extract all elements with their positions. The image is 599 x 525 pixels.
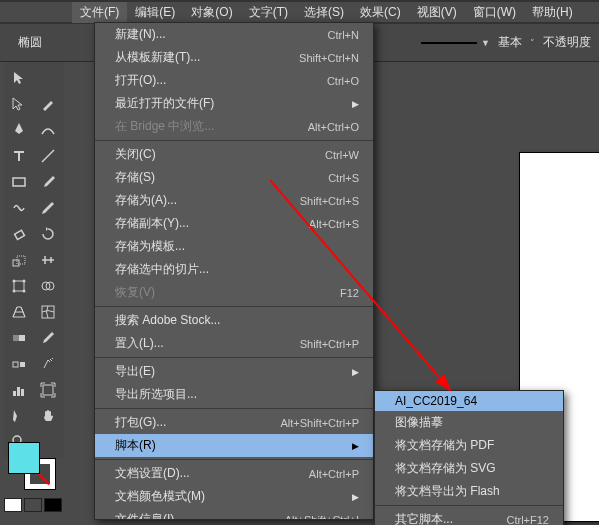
- tool-eraser[interactable]: [6, 222, 32, 246]
- menu-window[interactable]: 窗口(W): [465, 2, 524, 23]
- svg-rect-16: [13, 391, 16, 396]
- tool-perspective[interactable]: [6, 300, 32, 324]
- menu-shortcut: Shift+Ctrl+P: [300, 338, 359, 350]
- menu-item[interactable]: 存储(S)Ctrl+S: [95, 166, 373, 189]
- tool-shaper[interactable]: [6, 196, 32, 220]
- swatch-white[interactable]: [4, 498, 22, 512]
- menu-item[interactable]: 将文档存储为 SVG: [375, 457, 563, 480]
- menubar: 文件(F) 编辑(E) 对象(O) 文字(T) 选择(S) 效果(C) 视图(V…: [0, 2, 599, 22]
- menu-item[interactable]: 搜索 Adobe Stock...: [95, 309, 373, 332]
- tool-curvature[interactable]: [35, 118, 61, 142]
- tool-type[interactable]: [6, 144, 32, 168]
- menu-item[interactable]: 存储为(A)...Shift+Ctrl+S: [95, 189, 373, 212]
- menu-item-label: 导出(E): [115, 363, 155, 380]
- tool-eyedropper[interactable]: [35, 326, 61, 350]
- tool-mesh[interactable]: [35, 300, 61, 324]
- menu-item[interactable]: 存储为模板...: [95, 235, 373, 258]
- menu-item-label: 关闭(C): [115, 146, 156, 163]
- tool-shape-builder[interactable]: [35, 274, 61, 298]
- menu-item[interactable]: 打开(O)...Ctrl+O: [95, 69, 373, 92]
- menu-edit[interactable]: 编辑(E): [127, 2, 183, 23]
- tool-width[interactable]: [35, 248, 61, 272]
- menu-item[interactable]: 文档颜色模式(M)▶: [95, 485, 373, 508]
- menu-object[interactable]: 对象(O): [183, 2, 240, 23]
- menu-item[interactable]: 关闭(C)Ctrl+W: [95, 143, 373, 166]
- menu-item[interactable]: 打包(G)...Alt+Shift+Ctrl+P: [95, 411, 373, 434]
- menu-item[interactable]: 将文档导出为 Flash: [375, 480, 563, 503]
- menu-shortcut: Ctrl+N: [328, 29, 359, 41]
- menu-item-label: 新建(N)...: [115, 26, 166, 43]
- menu-item-label: 存储为模板...: [115, 238, 185, 255]
- fill-color-swatch[interactable]: [8, 442, 40, 474]
- menu-item-label: 在 Bridge 中浏览...: [115, 118, 214, 135]
- menu-shortcut: F12: [340, 287, 359, 299]
- menu-item[interactable]: 置入(L)...Shift+Ctrl+P: [95, 332, 373, 355]
- menu-item[interactable]: 存储副本(Y)...Alt+Ctrl+S: [95, 212, 373, 235]
- menu-separator: [95, 140, 373, 141]
- menu-item[interactable]: 图像描摹: [375, 411, 563, 434]
- menu-separator: [95, 459, 373, 460]
- menu-item[interactable]: AI_CC2019_64: [375, 391, 563, 411]
- menu-item[interactable]: 新建(N)...Ctrl+N: [95, 23, 373, 46]
- svg-rect-0: [13, 178, 25, 186]
- tool-selection[interactable]: [6, 66, 32, 90]
- menu-item[interactable]: 文档设置(D)...Alt+Ctrl+P: [95, 462, 373, 485]
- menu-shortcut: Ctrl+F12: [507, 514, 550, 526]
- menu-view[interactable]: 视图(V): [409, 2, 465, 23]
- menu-item-label: 将文档存储为 SVG: [395, 460, 496, 477]
- menu-item[interactable]: 导出(E)▶: [95, 360, 373, 383]
- menu-shortcut: Ctrl+O: [327, 75, 359, 87]
- tool-magic-wand[interactable]: [35, 92, 61, 116]
- tool-line[interactable]: [35, 144, 61, 168]
- tool-paintbrush[interactable]: [35, 170, 61, 194]
- svg-rect-1: [15, 230, 25, 239]
- tool-hand[interactable]: [35, 404, 61, 428]
- menu-type[interactable]: 文字(T): [241, 2, 296, 23]
- menu-item-label: 导出所选项目...: [115, 386, 197, 403]
- menu-item-label: 图像描摹: [395, 414, 443, 431]
- menu-effect[interactable]: 效果(C): [352, 2, 409, 23]
- menu-item-label: 文档颜色模式(M): [115, 488, 205, 505]
- menu-item[interactable]: 从模板新建(T)...Shift+Ctrl+N: [95, 46, 373, 69]
- menu-item-label: AI_CC2019_64: [395, 394, 477, 408]
- tool-gradient[interactable]: [6, 326, 32, 350]
- tool-pen[interactable]: [6, 118, 32, 142]
- tool-symbol-sprayer[interactable]: [35, 352, 61, 376]
- menu-file[interactable]: 文件(F): [72, 2, 127, 23]
- tool-column-graph[interactable]: [6, 378, 32, 402]
- menu-shortcut: Shift+Ctrl+S: [300, 195, 359, 207]
- menu-item[interactable]: 脚本(R)▶: [95, 434, 373, 457]
- menu-help[interactable]: 帮助(H): [524, 2, 581, 23]
- tool-blend[interactable]: [6, 352, 32, 376]
- menu-item[interactable]: 将文档存储为 PDF: [375, 434, 563, 457]
- menu-shortcut: Alt+Ctrl+O: [308, 121, 359, 133]
- menu-select[interactable]: 选择(S): [296, 2, 352, 23]
- tool-direct-select[interactable]: [6, 92, 32, 116]
- tool-rectangle[interactable]: [6, 170, 32, 194]
- menu-item[interactable]: 其它脚本...Ctrl+F12: [375, 508, 563, 525]
- menu-item[interactable]: 导出所选项目...: [95, 383, 373, 406]
- menu-item[interactable]: 最近打开的文件(F)▶: [95, 92, 373, 115]
- swatch-gray[interactable]: [24, 498, 42, 512]
- tool-pencil[interactable]: [35, 196, 61, 220]
- menu-separator: [95, 357, 373, 358]
- menu-item-label: 存储为(A)...: [115, 192, 177, 209]
- stroke-style-label[interactable]: 基本: [498, 34, 522, 51]
- tool-free-transform[interactable]: [6, 274, 32, 298]
- tool-scale[interactable]: [6, 248, 32, 272]
- tool-artboard[interactable]: [35, 378, 61, 402]
- tool-rotate[interactable]: [35, 222, 61, 246]
- swatch-black[interactable]: [44, 498, 62, 512]
- menu-item[interactable]: 存储选中的切片...: [95, 258, 373, 281]
- svg-rect-18: [21, 389, 24, 396]
- chevron-right-icon: ▶: [352, 492, 359, 502]
- color-picker[interactable]: [8, 442, 56, 490]
- menu-shortcut: Ctrl+S: [328, 172, 359, 184]
- svg-rect-19: [43, 385, 53, 395]
- svg-point-7: [13, 290, 16, 293]
- tool-slice[interactable]: [6, 404, 32, 428]
- stroke-preview[interactable]: ▼: [421, 38, 490, 48]
- menu-item-label: 恢复(V): [115, 284, 155, 301]
- menu-item-label: 文件信息(I)...: [115, 511, 184, 520]
- menu-item[interactable]: 文件信息(I)...Alt+Shift+Ctrl+I: [95, 508, 373, 520]
